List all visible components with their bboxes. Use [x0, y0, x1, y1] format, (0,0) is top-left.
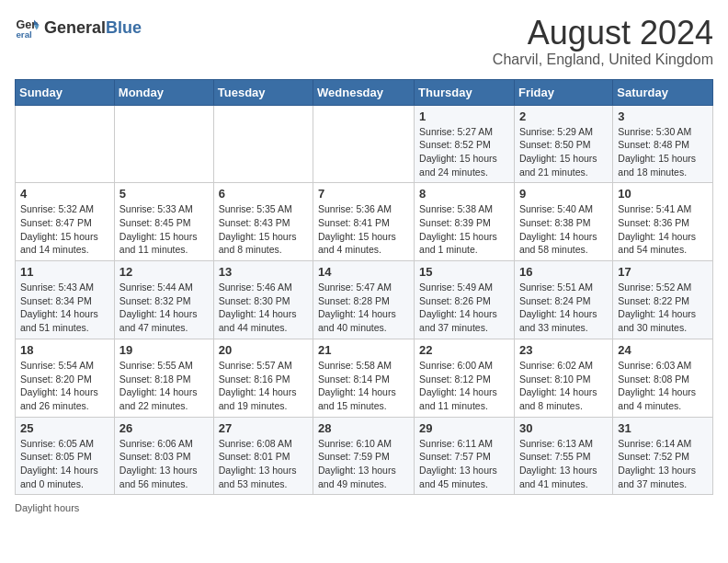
subtitle: Charvil, England, United Kingdom — [493, 52, 713, 68]
day-info: Sunrise: 5:43 AM Sunset: 8:34 PM Dayligh… — [20, 281, 109, 335]
day-info: Sunrise: 6:08 AM Sunset: 8:01 PM Dayligh… — [219, 437, 308, 491]
day-number: 7 — [318, 187, 409, 201]
day-number: 19 — [119, 343, 209, 357]
title-area: August 2024 Charvil, England, United Kin… — [493, 15, 713, 68]
calendar-cell: 3Sunrise: 5:30 AM Sunset: 8:48 PM Daylig… — [613, 105, 713, 183]
day-info: Sunrise: 5:41 AM Sunset: 8:36 PM Dayligh… — [618, 202, 708, 257]
day-number: 23 — [519, 343, 608, 357]
day-info: Sunrise: 5:40 AM Sunset: 8:38 PM Dayligh… — [519, 202, 608, 257]
day-info: Sunrise: 5:47 AM Sunset: 8:28 PM Dayligh… — [318, 281, 409, 335]
calendar-cell: 21Sunrise: 5:58 AM Sunset: 8:14 PM Dayli… — [313, 339, 415, 417]
day-number: 11 — [20, 265, 109, 279]
day-number: 2 — [519, 109, 608, 123]
day-number: 3 — [618, 109, 708, 123]
day-info: Sunrise: 6:06 AM Sunset: 8:03 PM Dayligh… — [119, 437, 209, 491]
weekday-header-friday: Friday — [514, 79, 612, 105]
day-info: Sunrise: 5:38 AM Sunset: 8:39 PM Dayligh… — [419, 202, 509, 257]
day-number: 29 — [419, 421, 509, 435]
calendar-cell: 18Sunrise: 5:54 AM Sunset: 8:20 PM Dayli… — [16, 339, 115, 417]
calendar-cell: 30Sunrise: 6:13 AM Sunset: 7:55 PM Dayli… — [514, 417, 612, 495]
calendar-cell: 11Sunrise: 5:43 AM Sunset: 8:34 PM Dayli… — [16, 261, 115, 339]
calendar-cell: 23Sunrise: 6:02 AM Sunset: 8:10 PM Dayli… — [514, 339, 612, 417]
day-info: Sunrise: 5:52 AM Sunset: 8:22 PM Dayligh… — [618, 281, 708, 335]
day-number: 17 — [618, 265, 708, 279]
day-number: 28 — [318, 421, 409, 435]
day-number: 20 — [219, 343, 308, 357]
day-info: Sunrise: 5:49 AM Sunset: 8:26 PM Dayligh… — [419, 281, 509, 335]
day-number: 4 — [20, 187, 109, 201]
weekday-header-tuesday: Tuesday — [213, 79, 313, 105]
day-number: 31 — [618, 421, 708, 435]
calendar-cell: 27Sunrise: 6:08 AM Sunset: 8:01 PM Dayli… — [213, 417, 313, 495]
day-number: 13 — [219, 265, 308, 279]
calendar-cell: 13Sunrise: 5:46 AM Sunset: 8:30 PM Dayli… — [213, 261, 313, 339]
calendar-cell: 22Sunrise: 6:00 AM Sunset: 8:12 PM Dayli… — [415, 339, 515, 417]
calendar-cell: 2Sunrise: 5:29 AM Sunset: 8:50 PM Daylig… — [514, 105, 612, 183]
calendar-cell: 12Sunrise: 5:44 AM Sunset: 8:32 PM Dayli… — [114, 261, 213, 339]
calendar-cell — [313, 105, 415, 183]
calendar-cell — [16, 105, 115, 183]
day-info: Sunrise: 5:54 AM Sunset: 8:20 PM Dayligh… — [20, 359, 109, 413]
calendar-cell: 1Sunrise: 5:27 AM Sunset: 8:52 PM Daylig… — [415, 105, 515, 183]
day-number: 10 — [618, 187, 708, 201]
weekday-header-wednesday: Wednesday — [313, 79, 415, 105]
day-info: Sunrise: 5:36 AM Sunset: 8:41 PM Dayligh… — [318, 202, 409, 257]
day-info: Sunrise: 6:14 AM Sunset: 7:52 PM Dayligh… — [618, 437, 708, 491]
day-number: 22 — [419, 343, 509, 357]
svg-text:eral: eral — [16, 29, 32, 40]
day-number: 1 — [419, 109, 509, 123]
calendar-cell: 19Sunrise: 5:55 AM Sunset: 8:18 PM Dayli… — [114, 339, 213, 417]
day-info: Sunrise: 5:33 AM Sunset: 8:45 PM Dayligh… — [119, 202, 209, 257]
calendar-cell — [213, 105, 313, 183]
calendar-cell: 20Sunrise: 5:57 AM Sunset: 8:16 PM Dayli… — [213, 339, 313, 417]
main-title: August 2024 — [493, 15, 713, 52]
calendar-cell: 24Sunrise: 6:03 AM Sunset: 8:08 PM Dayli… — [613, 339, 713, 417]
day-number: 18 — [20, 343, 109, 357]
calendar-cell: 5Sunrise: 5:33 AM Sunset: 8:45 PM Daylig… — [114, 183, 213, 261]
day-number: 16 — [519, 265, 608, 279]
day-number: 9 — [519, 187, 608, 201]
day-info: Sunrise: 5:51 AM Sunset: 8:24 PM Dayligh… — [519, 281, 608, 335]
calendar: SundayMondayTuesdayWednesdayThursdayFrid… — [15, 79, 713, 496]
day-number: 8 — [419, 187, 509, 201]
logo-icon: Gen eral — [15, 15, 40, 40]
logo: Gen eral GeneralBlue — [15, 15, 142, 40]
calendar-header: SundayMondayTuesdayWednesdayThursdayFrid… — [16, 79, 713, 105]
calendar-cell: 14Sunrise: 5:47 AM Sunset: 8:28 PM Dayli… — [313, 261, 415, 339]
calendar-cell: 29Sunrise: 6:11 AM Sunset: 7:57 PM Dayli… — [415, 417, 515, 495]
calendar-cell: 17Sunrise: 5:52 AM Sunset: 8:22 PM Dayli… — [613, 261, 713, 339]
day-info: Sunrise: 5:55 AM Sunset: 8:18 PM Dayligh… — [119, 359, 209, 413]
footer-note: Daylight hours — [15, 502, 713, 513]
header: Gen eral GeneralBlue August 2024 Charvil… — [15, 15, 713, 68]
calendar-cell: 7Sunrise: 5:36 AM Sunset: 8:41 PM Daylig… — [313, 183, 415, 261]
day-info: Sunrise: 6:03 AM Sunset: 8:08 PM Dayligh… — [618, 359, 708, 413]
calendar-cell — [114, 105, 213, 183]
day-number: 25 — [20, 421, 109, 435]
calendar-cell: 9Sunrise: 5:40 AM Sunset: 8:38 PM Daylig… — [514, 183, 612, 261]
day-info: Sunrise: 6:10 AM Sunset: 7:59 PM Dayligh… — [318, 437, 409, 491]
day-info: Sunrise: 5:44 AM Sunset: 8:32 PM Dayligh… — [119, 281, 209, 335]
logo-general-text: General — [44, 18, 106, 38]
day-number: 24 — [618, 343, 708, 357]
day-number: 26 — [119, 421, 209, 435]
day-info: Sunrise: 6:00 AM Sunset: 8:12 PM Dayligh… — [419, 359, 509, 413]
weekday-header-monday: Monday — [114, 79, 213, 105]
day-number: 6 — [219, 187, 308, 201]
day-info: Sunrise: 5:32 AM Sunset: 8:47 PM Dayligh… — [20, 202, 109, 257]
calendar-cell: 26Sunrise: 6:06 AM Sunset: 8:03 PM Dayli… — [114, 417, 213, 495]
calendar-cell: 25Sunrise: 6:05 AM Sunset: 8:05 PM Dayli… — [16, 417, 115, 495]
day-info: Sunrise: 6:11 AM Sunset: 7:57 PM Dayligh… — [419, 437, 509, 491]
day-info: Sunrise: 6:02 AM Sunset: 8:10 PM Dayligh… — [519, 359, 608, 413]
day-number: 12 — [119, 265, 209, 279]
day-number: 30 — [519, 421, 608, 435]
calendar-cell: 6Sunrise: 5:35 AM Sunset: 8:43 PM Daylig… — [213, 183, 313, 261]
day-info: Sunrise: 6:13 AM Sunset: 7:55 PM Dayligh… — [519, 437, 608, 491]
day-number: 5 — [119, 187, 209, 201]
day-info: Sunrise: 5:30 AM Sunset: 8:48 PM Dayligh… — [618, 125, 708, 179]
day-info: Sunrise: 5:35 AM Sunset: 8:43 PM Dayligh… — [219, 202, 308, 257]
day-info: Sunrise: 5:29 AM Sunset: 8:50 PM Dayligh… — [519, 125, 608, 179]
day-number: 27 — [219, 421, 308, 435]
day-info: Sunrise: 5:46 AM Sunset: 8:30 PM Dayligh… — [219, 281, 308, 335]
calendar-cell: 10Sunrise: 5:41 AM Sunset: 8:36 PM Dayli… — [613, 183, 713, 261]
calendar-cell: 4Sunrise: 5:32 AM Sunset: 8:47 PM Daylig… — [16, 183, 115, 261]
